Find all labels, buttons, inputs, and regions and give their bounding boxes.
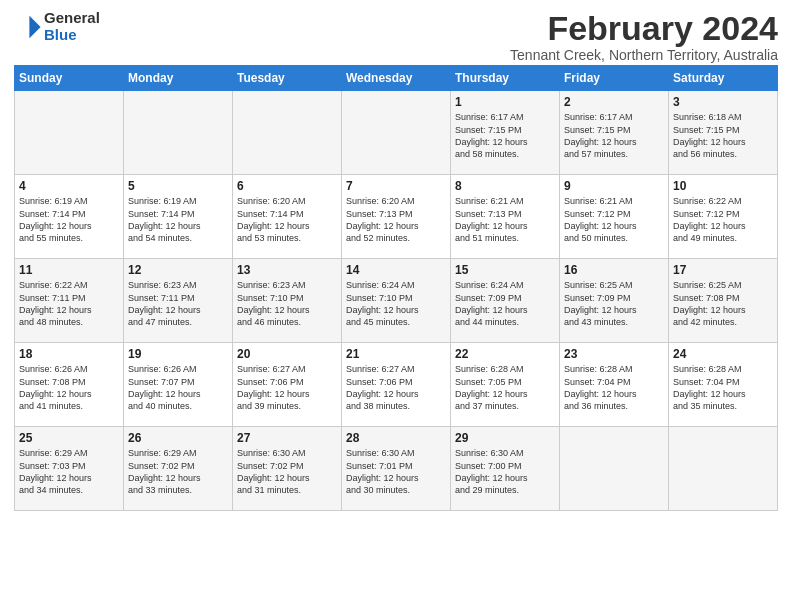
week-row-0: 1Sunrise: 6:17 AM Sunset: 7:15 PM Daylig… bbox=[15, 91, 778, 175]
day-info: Sunrise: 6:20 AM Sunset: 7:14 PM Dayligh… bbox=[237, 195, 337, 244]
day-cell bbox=[15, 91, 124, 175]
logo-area: General Blue bbox=[14, 10, 100, 43]
day-number: 12 bbox=[128, 263, 228, 277]
week-row-3: 18Sunrise: 6:26 AM Sunset: 7:08 PM Dayli… bbox=[15, 343, 778, 427]
day-cell: 15Sunrise: 6:24 AM Sunset: 7:09 PM Dayli… bbox=[451, 259, 560, 343]
day-number: 15 bbox=[455, 263, 555, 277]
day-cell bbox=[669, 427, 778, 511]
col-header-monday: Monday bbox=[124, 66, 233, 91]
day-cell bbox=[233, 91, 342, 175]
week-row-2: 11Sunrise: 6:22 AM Sunset: 7:11 PM Dayli… bbox=[15, 259, 778, 343]
day-info: Sunrise: 6:29 AM Sunset: 7:03 PM Dayligh… bbox=[19, 447, 119, 496]
day-info: Sunrise: 6:19 AM Sunset: 7:14 PM Dayligh… bbox=[128, 195, 228, 244]
day-cell: 25Sunrise: 6:29 AM Sunset: 7:03 PM Dayli… bbox=[15, 427, 124, 511]
day-number: 19 bbox=[128, 347, 228, 361]
day-number: 18 bbox=[19, 347, 119, 361]
day-cell: 17Sunrise: 6:25 AM Sunset: 7:08 PM Dayli… bbox=[669, 259, 778, 343]
svg-marker-0 bbox=[29, 15, 40, 37]
day-cell: 19Sunrise: 6:26 AM Sunset: 7:07 PM Dayli… bbox=[124, 343, 233, 427]
day-cell: 14Sunrise: 6:24 AM Sunset: 7:10 PM Dayli… bbox=[342, 259, 451, 343]
day-number: 14 bbox=[346, 263, 446, 277]
day-cell: 1Sunrise: 6:17 AM Sunset: 7:15 PM Daylig… bbox=[451, 91, 560, 175]
day-cell: 12Sunrise: 6:23 AM Sunset: 7:11 PM Dayli… bbox=[124, 259, 233, 343]
day-number: 5 bbox=[128, 179, 228, 193]
day-info: Sunrise: 6:25 AM Sunset: 7:08 PM Dayligh… bbox=[673, 279, 773, 328]
logo-icon bbox=[14, 13, 42, 41]
day-number: 26 bbox=[128, 431, 228, 445]
day-info: Sunrise: 6:21 AM Sunset: 7:12 PM Dayligh… bbox=[564, 195, 664, 244]
day-info: Sunrise: 6:23 AM Sunset: 7:10 PM Dayligh… bbox=[237, 279, 337, 328]
day-info: Sunrise: 6:24 AM Sunset: 7:10 PM Dayligh… bbox=[346, 279, 446, 328]
day-info: Sunrise: 6:29 AM Sunset: 7:02 PM Dayligh… bbox=[128, 447, 228, 496]
day-number: 24 bbox=[673, 347, 773, 361]
day-info: Sunrise: 6:28 AM Sunset: 7:04 PM Dayligh… bbox=[673, 363, 773, 412]
week-row-4: 25Sunrise: 6:29 AM Sunset: 7:03 PM Dayli… bbox=[15, 427, 778, 511]
day-number: 6 bbox=[237, 179, 337, 193]
main-title: February 2024 bbox=[510, 10, 778, 47]
col-header-wednesday: Wednesday bbox=[342, 66, 451, 91]
day-number: 16 bbox=[564, 263, 664, 277]
day-info: Sunrise: 6:30 AM Sunset: 7:02 PM Dayligh… bbox=[237, 447, 337, 496]
day-cell: 28Sunrise: 6:30 AM Sunset: 7:01 PM Dayli… bbox=[342, 427, 451, 511]
subtitle: Tennant Creek, Northern Territory, Austr… bbox=[510, 47, 778, 63]
day-info: Sunrise: 6:18 AM Sunset: 7:15 PM Dayligh… bbox=[673, 111, 773, 160]
day-info: Sunrise: 6:26 AM Sunset: 7:08 PM Dayligh… bbox=[19, 363, 119, 412]
col-header-sunday: Sunday bbox=[15, 66, 124, 91]
day-cell: 26Sunrise: 6:29 AM Sunset: 7:02 PM Dayli… bbox=[124, 427, 233, 511]
day-info: Sunrise: 6:19 AM Sunset: 7:14 PM Dayligh… bbox=[19, 195, 119, 244]
day-number: 8 bbox=[455, 179, 555, 193]
day-cell: 7Sunrise: 6:20 AM Sunset: 7:13 PM Daylig… bbox=[342, 175, 451, 259]
day-number: 13 bbox=[237, 263, 337, 277]
header: General Blue February 2024 Tennant Creek… bbox=[14, 10, 778, 63]
day-cell: 24Sunrise: 6:28 AM Sunset: 7:04 PM Dayli… bbox=[669, 343, 778, 427]
day-info: Sunrise: 6:20 AM Sunset: 7:13 PM Dayligh… bbox=[346, 195, 446, 244]
col-header-saturday: Saturday bbox=[669, 66, 778, 91]
day-info: Sunrise: 6:25 AM Sunset: 7:09 PM Dayligh… bbox=[564, 279, 664, 328]
logo-text: General Blue bbox=[44, 10, 100, 43]
day-number: 23 bbox=[564, 347, 664, 361]
day-cell bbox=[560, 427, 669, 511]
day-info: Sunrise: 6:27 AM Sunset: 7:06 PM Dayligh… bbox=[237, 363, 337, 412]
header-row: SundayMondayTuesdayWednesdayThursdayFrid… bbox=[15, 66, 778, 91]
day-number: 20 bbox=[237, 347, 337, 361]
day-number: 3 bbox=[673, 95, 773, 109]
day-info: Sunrise: 6:27 AM Sunset: 7:06 PM Dayligh… bbox=[346, 363, 446, 412]
day-cell: 29Sunrise: 6:30 AM Sunset: 7:00 PM Dayli… bbox=[451, 427, 560, 511]
day-cell: 23Sunrise: 6:28 AM Sunset: 7:04 PM Dayli… bbox=[560, 343, 669, 427]
day-info: Sunrise: 6:22 AM Sunset: 7:11 PM Dayligh… bbox=[19, 279, 119, 328]
day-cell: 21Sunrise: 6:27 AM Sunset: 7:06 PM Dayli… bbox=[342, 343, 451, 427]
day-info: Sunrise: 6:22 AM Sunset: 7:12 PM Dayligh… bbox=[673, 195, 773, 244]
day-number: 1 bbox=[455, 95, 555, 109]
day-info: Sunrise: 6:23 AM Sunset: 7:11 PM Dayligh… bbox=[128, 279, 228, 328]
week-row-1: 4Sunrise: 6:19 AM Sunset: 7:14 PM Daylig… bbox=[15, 175, 778, 259]
day-cell bbox=[342, 91, 451, 175]
title-area: February 2024 Tennant Creek, Northern Te… bbox=[510, 10, 778, 63]
day-info: Sunrise: 6:17 AM Sunset: 7:15 PM Dayligh… bbox=[455, 111, 555, 160]
day-cell: 6Sunrise: 6:20 AM Sunset: 7:14 PM Daylig… bbox=[233, 175, 342, 259]
day-cell: 9Sunrise: 6:21 AM Sunset: 7:12 PM Daylig… bbox=[560, 175, 669, 259]
day-cell bbox=[124, 91, 233, 175]
day-number: 7 bbox=[346, 179, 446, 193]
day-cell: 20Sunrise: 6:27 AM Sunset: 7:06 PM Dayli… bbox=[233, 343, 342, 427]
day-number: 10 bbox=[673, 179, 773, 193]
day-number: 11 bbox=[19, 263, 119, 277]
day-info: Sunrise: 6:30 AM Sunset: 7:00 PM Dayligh… bbox=[455, 447, 555, 496]
day-cell: 4Sunrise: 6:19 AM Sunset: 7:14 PM Daylig… bbox=[15, 175, 124, 259]
day-info: Sunrise: 6:17 AM Sunset: 7:15 PM Dayligh… bbox=[564, 111, 664, 160]
day-cell: 2Sunrise: 6:17 AM Sunset: 7:15 PM Daylig… bbox=[560, 91, 669, 175]
day-number: 4 bbox=[19, 179, 119, 193]
day-cell: 18Sunrise: 6:26 AM Sunset: 7:08 PM Dayli… bbox=[15, 343, 124, 427]
day-number: 29 bbox=[455, 431, 555, 445]
day-info: Sunrise: 6:24 AM Sunset: 7:09 PM Dayligh… bbox=[455, 279, 555, 328]
day-cell: 10Sunrise: 6:22 AM Sunset: 7:12 PM Dayli… bbox=[669, 175, 778, 259]
day-cell: 13Sunrise: 6:23 AM Sunset: 7:10 PM Dayli… bbox=[233, 259, 342, 343]
day-info: Sunrise: 6:26 AM Sunset: 7:07 PM Dayligh… bbox=[128, 363, 228, 412]
day-number: 25 bbox=[19, 431, 119, 445]
page: General Blue February 2024 Tennant Creek… bbox=[0, 0, 792, 517]
day-cell: 8Sunrise: 6:21 AM Sunset: 7:13 PM Daylig… bbox=[451, 175, 560, 259]
day-number: 2 bbox=[564, 95, 664, 109]
col-header-friday: Friday bbox=[560, 66, 669, 91]
day-info: Sunrise: 6:28 AM Sunset: 7:05 PM Dayligh… bbox=[455, 363, 555, 412]
day-cell: 27Sunrise: 6:30 AM Sunset: 7:02 PM Dayli… bbox=[233, 427, 342, 511]
day-info: Sunrise: 6:21 AM Sunset: 7:13 PM Dayligh… bbox=[455, 195, 555, 244]
